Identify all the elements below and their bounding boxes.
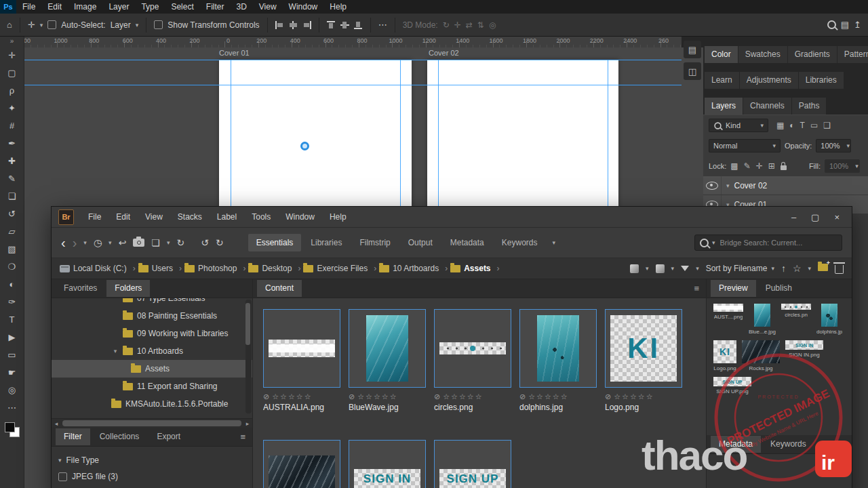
preview-panel-tab[interactable]: Publish (757, 280, 800, 297)
star-rating[interactable]: ☆☆☆☆☆ (614, 392, 654, 401)
tool-path-select[interactable]: ▶ (0, 328, 24, 346)
preview-item[interactable]: dolphins.jp (816, 304, 842, 335)
filter-funnel-icon[interactable] (681, 266, 689, 271)
panel-tab[interactable]: Paths (792, 98, 827, 115)
filter-adjustment-icon[interactable]: ◐ (789, 121, 794, 130)
rating-row[interactable]: ⊘ ☆☆☆☆☆ (349, 392, 426, 401)
left-panel-tab[interactable]: Folders (106, 280, 150, 297)
star-rating[interactable]: ☆☆☆☆☆ (272, 392, 312, 401)
tool-gradient[interactable]: ▧ (0, 240, 24, 258)
rating-row[interactable]: ⊘ ☆☆☆☆☆ (263, 392, 340, 401)
fill-dropdown[interactable]: 100% ▾ (825, 159, 860, 173)
ps-menu-item[interactable]: Window (283, 0, 324, 14)
rotate-left-icon[interactable]: ↺ (201, 237, 209, 248)
layer-visibility-toggle[interactable] (703, 176, 722, 195)
blend-mode-dropdown[interactable]: Normal ▾ (709, 139, 781, 152)
home-icon[interactable]: ⌂ (7, 20, 12, 30)
filter-item-row[interactable]: JPEG file (3) (58, 468, 245, 485)
forward-button[interactable]: › (73, 236, 77, 249)
bridge-search-input[interactable] (719, 238, 823, 247)
sort-dropdown[interactable]: Sort by Filename ▾ (706, 264, 774, 273)
breadcrumb-item[interactable]: Users › (138, 264, 184, 273)
tool-brush[interactable]: ✎ (0, 169, 24, 187)
bridge-menu-item[interactable]: Tools (244, 207, 278, 227)
rotate-right-icon[interactable]: ↻ (216, 237, 224, 248)
recent-files-icon[interactable]: ◷ (94, 237, 102, 248)
left-bottom-tab[interactable]: Collections (92, 428, 148, 445)
stack-icon[interactable]: ❏ (151, 237, 160, 248)
show-transform-checkbox[interactable] (154, 20, 163, 29)
file-thumbnail[interactable] (263, 440, 340, 488)
close-button[interactable]: × (834, 212, 840, 222)
scroll-left-icon[interactable]: ◂ (52, 420, 61, 427)
ps-menu-item[interactable]: File (16, 0, 41, 14)
layer-row[interactable]: ▾ Cover 02 (703, 176, 868, 195)
metadata-panel-tab[interactable]: Keywords (762, 436, 814, 453)
ps-menu-item[interactable]: Help (323, 0, 353, 14)
bridge-menu-item[interactable]: Stacks (170, 207, 210, 227)
tool-healing-brush[interactable]: ✚ (0, 152, 24, 169)
scrollbar-thumb[interactable] (62, 420, 241, 426)
file-thumbnail[interactable] (263, 309, 340, 388)
back-button[interactable]: ‹ (61, 236, 66, 249)
tool-more[interactable]: ⋯ (0, 399, 24, 416)
file-thumbnail[interactable]: KI (605, 309, 682, 388)
tool-hand[interactable]: ☛ (0, 363, 24, 381)
left-bottom-tab[interactable]: Filter (56, 428, 90, 445)
ps-menu-item[interactable]: Type (135, 0, 165, 14)
scroll-right-icon[interactable]: ▸ (243, 420, 252, 427)
opacity-dropdown[interactable]: 100% ▾ (816, 139, 851, 152)
rating-row[interactable]: ⊘ ☆☆☆☆☆ (519, 392, 597, 401)
file-thumbnail[interactable] (434, 309, 511, 388)
panel-tab[interactable]: Swatches (738, 46, 787, 63)
tool-blur[interactable]: ❍ (0, 258, 24, 275)
star-rating[interactable]: ☆☆☆☆☆ (443, 392, 483, 401)
chevron-down-icon[interactable]: ▾ (136, 22, 139, 28)
artboard-label-cover-01[interactable]: Cover 01 (219, 49, 250, 57)
panel-menu-icon[interactable]: ≡ (694, 283, 702, 293)
tool-clone-stamp[interactable]: ❏ (0, 187, 24, 205)
folder-item[interactable]: 08 Painting Essentials (52, 307, 252, 325)
tool-history-brush[interactable]: ↺ (0, 205, 24, 222)
tool-zoom[interactable]: ◎ (0, 381, 24, 399)
panel-tab[interactable]: Patterns (837, 46, 868, 63)
minimize-button[interactable]: – (791, 212, 796, 222)
panel-tab[interactable]: Adjustments (740, 72, 798, 89)
auto-select-checkbox[interactable] (47, 20, 56, 29)
ps-menu-item[interactable]: View (253, 0, 283, 14)
ps-menu-item[interactable]: Select (165, 0, 199, 14)
file-item[interactable]: ⊘ ☆☆☆☆☆ BlueWave.jpg (349, 309, 426, 413)
share-icon[interactable]: ↥ (854, 20, 861, 30)
lock-all-icon[interactable] (781, 165, 787, 170)
breadcrumb-item[interactable]: Desktop › (248, 264, 303, 273)
file-item[interactable]: KI ⊘ ☆☆☆☆☆ Logo.png (605, 309, 682, 413)
bridge-menu-item[interactable]: File (81, 207, 108, 227)
align-right-icon[interactable] (302, 21, 311, 29)
horizontal-scrollbar[interactable]: ◂ ▸ (52, 418, 252, 428)
more-options-icon[interactable]: ⋯ (378, 20, 387, 30)
preview-item[interactable]: Blue...e.jpg (749, 304, 776, 335)
tool-object-selection[interactable]: ✦ (0, 99, 24, 117)
filter-smart-object-icon[interactable]: ❑ (823, 121, 831, 130)
rating-row[interactable]: ⊘ ☆☆☆☆☆ (434, 392, 511, 401)
star-rating[interactable]: ☆☆☆☆☆ (528, 392, 568, 401)
folder-item[interactable]: KMSAuto.Lite.1.5.6.Portable (52, 395, 252, 413)
auto-select-value[interactable]: Layer (111, 20, 131, 30)
folder-item[interactable]: Assets (52, 360, 252, 378)
tool-dodge[interactable]: ◐ (0, 275, 24, 293)
bridge-menu-item[interactable]: Edit (108, 207, 138, 227)
toolbar-collapse-icon[interactable]: » (10, 37, 14, 46)
metadata-panel-tab[interactable]: Metadata (711, 436, 761, 453)
folder-item[interactable]: 11 Export and Sharing (52, 378, 252, 395)
tool-crop[interactable]: # (0, 117, 24, 134)
lock-position-icon[interactable]: ✛ (756, 161, 763, 171)
move-tool-icon[interactable]: ✛ (28, 20, 35, 30)
file-item[interactable]: ⊘ ☆☆☆☆☆ Rocks.jpg (263, 440, 340, 488)
tool-type[interactable]: T (0, 310, 24, 328)
breadcrumb-item[interactable]: Local Disk (C:) › (60, 264, 138, 273)
filter-group-row[interactable]: ▾ File Type (58, 452, 245, 468)
tool-pen[interactable]: ✑ (0, 293, 24, 310)
preview-item[interactable]: KI Logo.png (713, 340, 736, 371)
panel-tab[interactable]: Gradients (788, 46, 837, 63)
panel-tab[interactable]: Libraries (799, 72, 844, 89)
